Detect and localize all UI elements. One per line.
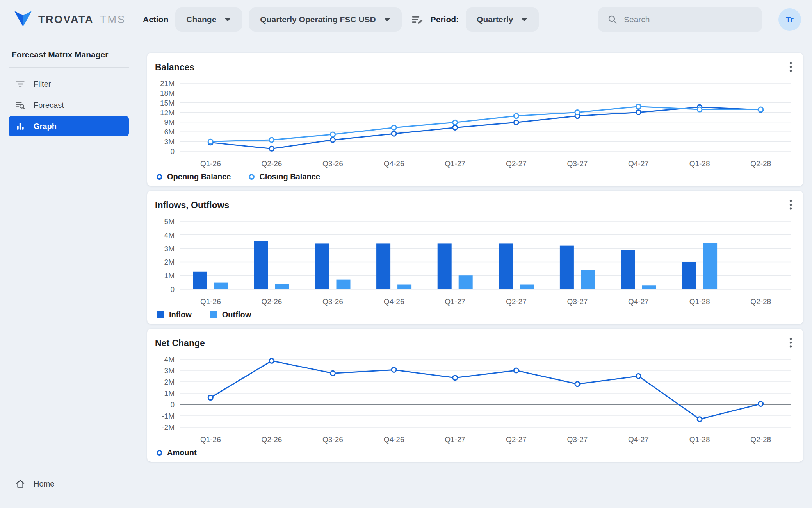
inflows-outflows-legend: InflowOutflow [155,306,795,324]
brand: TROVATA TMS [14,11,143,29]
svg-text:Q4-26: Q4-26 [384,435,404,444]
scenario-dropdown-value: Quarterly Operating FSC USD [260,15,376,24]
chart-menu-button[interactable] [786,60,795,75]
balances-card: Balances 03M6M9M12M15M18M21MQ1-26Q2-26Q3… [147,53,803,186]
svg-text:Q3-27: Q3-27 [567,159,588,168]
svg-text:18M: 18M [160,89,175,97]
legend-square-swatch [210,311,217,318]
sidebar-nav: Filter Forecast [9,74,129,137]
svg-text:Q3-26: Q3-26 [322,159,343,168]
inflows-outflows-chart: 01M2M3M4M5MQ1-26Q2-26Q3-26Q4-26Q1-27Q2-2… [155,213,795,306]
svg-text:Q2-27: Q2-27 [506,159,527,168]
legend-item-inflow[interactable]: Inflow [157,310,192,319]
svg-text:Q2-28: Q2-28 [750,297,771,306]
balances-legend: Opening BalanceClosing Balance [155,168,795,186]
svg-text:15M: 15M [160,99,175,107]
chart-title-balances: Balances [155,62,194,73]
legend-label: Opening Balance [167,172,231,181]
sidebar-item-graph[interactable]: Graph [9,116,129,136]
legend-item-outflow[interactable]: Outflow [210,310,251,319]
svg-text:3M: 3M [164,138,175,146]
svg-text:4M: 4M [164,231,175,239]
svg-text:Q3-26: Q3-26 [322,297,343,306]
sidebar: Forecast Matrix Manager Filter [0,39,137,508]
legend-square-swatch [157,311,164,318]
svg-text:3M: 3M [164,367,175,375]
scenario-dropdown[interactable]: Quarterly Operating FSC USD [249,7,401,32]
svg-text:4M: 4M [164,355,175,363]
legend-label: Inflow [169,310,192,319]
net-change-legend: Amount [155,444,795,461]
svg-text:Q1-28: Q1-28 [689,435,710,444]
svg-text:3M: 3M [164,245,175,253]
bar-chart-icon [15,121,26,132]
home-icon [15,478,26,489]
svg-text:Q4-26: Q4-26 [384,297,404,306]
chart-menu-button[interactable] [786,336,795,351]
svg-text:Q1-28: Q1-28 [689,159,710,168]
chevron-down-icon [384,18,391,22]
brand-suffix: TMS [100,14,126,26]
svg-text:0: 0 [170,285,175,293]
legend-item-closing-balance[interactable]: Closing Balance [249,172,320,181]
svg-text:2M: 2M [164,258,175,266]
chevron-down-icon [521,18,528,22]
avatar-initials: Tr [786,15,794,24]
divider [9,67,129,68]
chart-menu-button[interactable] [786,198,795,213]
svg-text:1M: 1M [164,272,175,280]
svg-text:0: 0 [170,401,175,409]
svg-text:Q2-26: Q2-26 [261,435,282,444]
change-dropdown[interactable]: Change [175,7,242,32]
sidebar-title: Forecast Matrix Manager [9,50,129,59]
svg-text:-1M: -1M [162,412,175,420]
kebab-icon [789,337,792,348]
balances-chart: 03M6M9M12M15M18M21MQ1-26Q2-26Q3-26Q4-26Q… [155,75,795,168]
sidebar-item-label: Graph [34,122,57,131]
svg-text:Q2-27: Q2-27 [506,297,527,306]
sidebar-item-filter[interactable]: Filter [9,74,129,94]
period-dropdown[interactable]: Quarterly [466,7,539,32]
legend-item-amount[interactable]: Amount [157,448,197,457]
svg-text:Q4-27: Q4-27 [628,435,649,444]
filter-icon [15,79,26,89]
trovata-logo-icon [14,11,32,29]
inflows-outflows-card: Inflows, Outflows 01M2M3M4M5MQ1-26Q2-26Q… [147,191,803,324]
legend-item-opening-balance[interactable]: Opening Balance [157,172,231,181]
svg-text:Q1-26: Q1-26 [200,297,221,306]
svg-text:Q1-26: Q1-26 [200,435,221,444]
user-avatar[interactable]: Tr [778,8,801,31]
sidebar-item-home[interactable]: Home [9,474,129,494]
legend-circle-swatch [249,174,255,180]
svg-text:Q1-27: Q1-27 [445,435,465,444]
search-input[interactable] [624,15,753,24]
kebab-icon [789,61,792,72]
legend-label: Outflow [222,310,251,319]
sidebar-item-label: Forecast [34,101,64,110]
chart-title-net-change: Net Change [155,338,205,349]
edit-list-icon[interactable] [409,11,426,28]
svg-text:12M: 12M [160,109,175,117]
search-bar[interactable] [598,7,762,32]
sidebar-item-label: Filter [34,80,51,89]
sidebar-item-forecast[interactable]: Forecast [9,95,129,115]
svg-text:1M: 1M [164,389,175,397]
svg-text:Q2-26: Q2-26 [261,297,282,306]
change-dropdown-value: Change [186,15,216,24]
legend-circle-swatch [157,174,162,180]
svg-text:5M: 5M [164,217,175,225]
period-label: Period: [431,15,459,24]
svg-text:Q3-27: Q3-27 [567,297,588,306]
svg-text:Q1-27: Q1-27 [445,159,465,168]
period-dropdown-value: Quarterly [477,15,513,24]
svg-text:Q4-27: Q4-27 [628,297,649,306]
svg-text:Q4-27: Q4-27 [628,159,649,168]
svg-text:Q1-27: Q1-27 [445,297,465,306]
net-change-chart: -2M-1M01M2M3M4MQ1-26Q2-26Q3-26Q4-26Q1-27… [155,351,795,444]
svg-text:Q3-27: Q3-27 [567,435,588,444]
svg-text:Q3-26: Q3-26 [322,435,343,444]
svg-text:0: 0 [170,147,175,156]
kebab-icon [789,199,792,210]
chevron-down-icon [224,18,231,22]
charts-panel: Balances 03M6M9M12M15M18M21MQ1-26Q2-26Q3… [147,53,803,462]
